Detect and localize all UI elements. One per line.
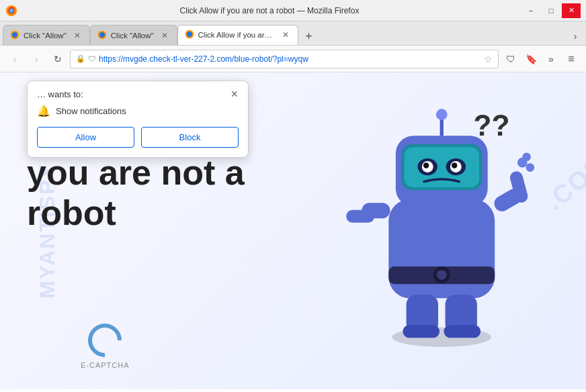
robot-svg: ?? xyxy=(331,79,546,348)
tab-2-close[interactable]: ✕ xyxy=(159,30,170,41)
overflow-menu-icon[interactable]: » xyxy=(542,50,560,68)
tab-3[interactable]: Click Allow if you are not a ✕ xyxy=(177,25,298,45)
bookmark-icon[interactable]: 🔖 xyxy=(521,50,540,68)
svg-point-21 xyxy=(423,162,429,168)
captcha-label: E-CAPTCHA xyxy=(81,361,130,369)
watermark-right: .COM xyxy=(540,148,586,216)
svg-rect-34 xyxy=(403,325,440,338)
svg-point-22 xyxy=(452,162,457,168)
tab-1-label: Click "Allow" xyxy=(24,32,67,40)
title-bar-left xyxy=(5,5,17,17)
toolbar-icons: 🛡 🔖 » ≡ xyxy=(501,50,581,68)
svg-point-4 xyxy=(12,32,17,38)
shield-toolbar-icon[interactable]: 🛡 xyxy=(501,50,520,68)
svg-rect-16 xyxy=(404,147,479,187)
block-button[interactable]: Block xyxy=(141,127,239,148)
tab-1-close[interactable]: ✕ xyxy=(72,30,83,41)
svg-point-30 xyxy=(526,163,535,172)
allow-button[interactable]: Allow xyxy=(37,127,134,148)
popup-wants-text: … wants to: xyxy=(37,89,83,99)
refresh-button[interactable]: ↻ xyxy=(48,50,67,68)
url-bar[interactable]: 🔒 🛡 https://mvgde.check-tl-ver-227-2.com… xyxy=(70,50,499,68)
tab-3-favicon xyxy=(185,30,194,40)
tab-bar: Click "Allow" ✕ Click "Allow" ✕ Click Al… xyxy=(0,21,586,46)
tab-3-label: Click Allow if you are not a xyxy=(198,31,275,39)
firefox-logo-icon xyxy=(5,5,17,17)
close-button[interactable]: ✕ xyxy=(562,3,581,18)
browser-content: MYANTISPY .COM Click Allow if you are no… xyxy=(0,72,586,389)
hamburger-menu-button[interactable]: ≡ xyxy=(562,50,581,68)
bell-icon: 🔔 xyxy=(37,105,50,117)
back-button[interactable]: ‹ xyxy=(5,50,24,68)
popup-header: … wants to: ✕ xyxy=(37,89,239,99)
url-text: https://mvgde.check-tl-ver-227-2.com/blu… xyxy=(99,54,481,64)
captcha-logo: E-CAPTCHA xyxy=(81,324,130,369)
lock-icon: 🔒 xyxy=(76,54,85,63)
captcha-c-icon xyxy=(81,317,129,364)
notification-popup: … wants to: ✕ 🔔 Show notifications Allow… xyxy=(27,81,249,158)
svg-point-31 xyxy=(522,152,531,161)
svg-point-8 xyxy=(187,32,192,37)
popup-permission-row: 🔔 Show notifications xyxy=(37,105,239,117)
address-bar: ‹ › ↻ 🔒 🛡 https://mvgde.check-tl-ver-227… xyxy=(0,46,586,72)
tab-list-button[interactable]: › xyxy=(567,28,583,45)
svg-rect-26 xyxy=(346,210,374,223)
window-title: Click Allow if you are not a robot — Moz… xyxy=(17,6,521,15)
tab-1[interactable]: Click "Allow" ✕ xyxy=(3,25,90,45)
svg-point-13 xyxy=(437,270,447,280)
maximize-button[interactable]: □ xyxy=(542,3,560,18)
popup-buttons: Allow Block xyxy=(37,127,239,148)
tab-3-close[interactable]: ✕ xyxy=(280,30,291,40)
tab-2[interactable]: Click "Allow" ✕ xyxy=(90,25,177,45)
popup-permission-text: Show notifications xyxy=(56,106,126,116)
robot-illustration: ?? xyxy=(331,79,546,348)
tab-2-label: Click "Allow" xyxy=(111,32,154,40)
title-bar: Click Allow if you are not a robot — Moz… xyxy=(0,0,586,21)
svg-point-6 xyxy=(99,32,105,38)
forward-button[interactable]: › xyxy=(27,50,46,68)
svg-point-24 xyxy=(436,109,448,120)
tab-2-favicon xyxy=(97,30,107,41)
heading-line3: robot xyxy=(27,193,245,234)
popup-close-button[interactable]: ✕ xyxy=(231,89,239,99)
heading-line2: you are not a xyxy=(27,153,245,193)
minimize-button[interactable]: − xyxy=(521,3,540,18)
svg-rect-35 xyxy=(444,325,480,338)
new-tab-button[interactable]: + xyxy=(300,28,319,45)
shield-icon: 🛡 xyxy=(88,54,96,64)
tab-1-favicon xyxy=(10,30,19,41)
svg-text:??: ?? xyxy=(474,109,510,142)
bookmark-star-icon[interactable]: ☆ xyxy=(484,54,493,64)
window-controls: − □ ✕ xyxy=(521,3,581,18)
